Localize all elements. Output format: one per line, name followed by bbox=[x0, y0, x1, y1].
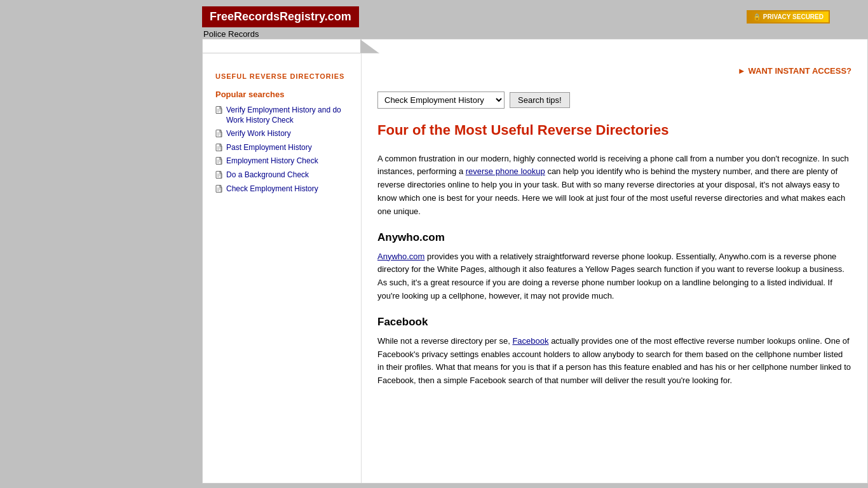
document-icon bbox=[215, 144, 223, 152]
document-icon bbox=[215, 130, 223, 139]
document-icon bbox=[215, 185, 223, 194]
tab-right-curve bbox=[360, 39, 379, 53]
reverse-phone-lookup-link[interactable]: reverse phone lookup bbox=[466, 166, 545, 176]
section-heading-1: Facebook bbox=[377, 316, 851, 329]
section-paragraph-0: Anywho.com provides you with a relativel… bbox=[377, 250, 851, 303]
main-container: USEFUL REVERSE DIRECTORIES Popular searc… bbox=[202, 39, 868, 484]
sidebar-search-link[interactable]: Employment History Check bbox=[226, 156, 318, 166]
logo-link[interactable]: FreeRecordsRegistry.com bbox=[202, 6, 359, 27]
tab-top bbox=[203, 39, 362, 53]
instant-access-link[interactable]: ►WANT INSTANT ACCESS? bbox=[738, 66, 851, 76]
sections-container: Anywho.comAnywho.com provides you with a… bbox=[377, 231, 851, 388]
sidebar-link-item: Verify Work History bbox=[215, 129, 351, 139]
search-bar: Check Employment HistoryVerify Employmen… bbox=[377, 85, 851, 121]
lock-icon: 🔒 bbox=[753, 13, 761, 20]
section-link-0[interactable]: Anywho.com bbox=[377, 252, 424, 261]
search-dropdown[interactable]: Check Employment HistoryVerify Employmen… bbox=[377, 92, 505, 109]
header: FreeRecordsRegistry.com Police Records 🔒… bbox=[0, 0, 868, 39]
content-area: ►WANT INSTANT ACCESS? Check Employment H… bbox=[362, 53, 867, 483]
popular-searches-heading: Popular searches bbox=[215, 90, 351, 99]
main-title: Four of the Most Useful Reverse Director… bbox=[377, 121, 851, 140]
sidebar-link-item: Employment History Check bbox=[215, 156, 351, 166]
privacy-badge: 🔒 PRIVACY SECURED bbox=[747, 10, 830, 24]
sidebar-search-link[interactable]: Verify Employment History and do Work Hi… bbox=[226, 105, 351, 125]
sidebar-link-item: Verify Employment History and do Work Hi… bbox=[215, 105, 351, 125]
police-records-label: Police Records bbox=[202, 27, 259, 39]
sidebar-search-link[interactable]: Past Employment History bbox=[226, 143, 312, 153]
document-icon bbox=[215, 171, 223, 180]
search-tips-button[interactable]: Search tips! bbox=[510, 92, 570, 108]
useful-dirs-heading: USEFUL REVERSE DIRECTORIES bbox=[215, 72, 351, 80]
section-link-1[interactable]: Facebook bbox=[512, 336, 548, 346]
sidebar-link-item: Check Employment History bbox=[215, 184, 351, 194]
logo-area: FreeRecordsRegistry.com Police Records bbox=[202, 6, 359, 39]
sidebar-link-item: Do a Background Check bbox=[215, 170, 351, 180]
sidebar-links: Verify Employment History and do Work Hi… bbox=[215, 105, 351, 194]
privacy-badge-text: PRIVACY SECURED bbox=[763, 13, 824, 20]
sidebar-link-item: Past Employment History bbox=[215, 143, 351, 153]
section-heading-0: Anywho.com bbox=[377, 231, 851, 244]
sidebar-search-link[interactable]: Check Employment History bbox=[226, 184, 318, 194]
intro-paragraph: A common frustration in our modern, high… bbox=[377, 152, 851, 219]
sidebar-search-link[interactable]: Do a Background Check bbox=[226, 170, 309, 180]
instant-access-text: WANT INSTANT ACCESS? bbox=[749, 66, 852, 76]
sidebar: USEFUL REVERSE DIRECTORIES Popular searc… bbox=[203, 53, 362, 483]
sidebar-search-link[interactable]: Verify Work History bbox=[226, 129, 291, 139]
document-icon bbox=[215, 106, 223, 115]
privacy-badge-img: 🔒 PRIVACY SECURED bbox=[747, 10, 830, 24]
section-paragraph-1: While not a reverse directory per se, Fa… bbox=[377, 335, 851, 388]
document-icon bbox=[215, 157, 223, 166]
instant-access-bar: ►WANT INSTANT ACCESS? bbox=[377, 63, 851, 85]
instant-access-arrow: ► bbox=[738, 66, 746, 76]
